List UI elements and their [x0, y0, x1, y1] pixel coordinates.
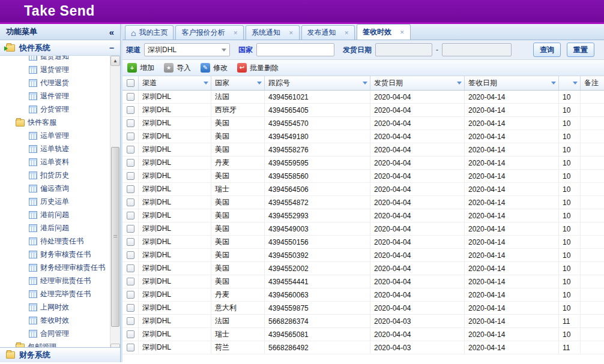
sidebar-item-运单资料[interactable]: 运单资料	[0, 156, 110, 169]
table-row[interactable]: 深圳DHL美国43945520022020-04-042020-04-1410	[122, 262, 604, 275]
批量删除-button[interactable]: ↩批量删除	[237, 63, 279, 73]
filter-arrow-icon[interactable]	[551, 82, 556, 85]
sidebar-item-签收时效[interactable]: 签收时效	[0, 314, 110, 327]
country-input[interactable]	[256, 43, 334, 56]
table-row[interactable]: 深圳DHL瑞士43945645062020-04-042020-04-1410	[122, 183, 604, 196]
close-icon[interactable]: ✕	[345, 30, 349, 36]
table-row[interactable]: 深圳DHL瑞士43945650812020-04-042020-04-1410	[122, 328, 604, 341]
row-checkbox[interactable]	[127, 264, 134, 272]
table-row[interactable]: 深圳DHL美国43945545702020-04-042020-04-1410	[122, 117, 604, 130]
sidebar-item-处理完毕责任书[interactable]: 处理完毕责任书	[0, 288, 110, 301]
row-checkbox[interactable]	[127, 344, 134, 351]
row-checkbox[interactable]	[127, 278, 134, 285]
column-header-国家[interactable]: 国家	[211, 76, 265, 90]
table-row[interactable]: 深圳DHL法国43945610212020-04-042020-04-1410	[122, 91, 604, 104]
table-row[interactable]: 深圳DHL法国56682863742020-04-032020-04-1411	[122, 315, 604, 328]
sidebar-item-历史运单[interactable]: 历史运单	[0, 195, 110, 209]
sidebar-item-分货管理[interactable]: 分货管理	[0, 103, 110, 116]
sidebar-item-包邮管理[interactable]: 包邮管理	[0, 341, 110, 347]
sidebar-item-扣货历史[interactable]: 扣货历史	[0, 169, 110, 182]
tab-发布通知[interactable]: 发布通知✕	[301, 25, 355, 40]
row-checkbox[interactable]	[127, 119, 134, 127]
filter-arrow-icon[interactable]	[363, 82, 367, 85]
sidebar-item-合同管理[interactable]: 合同管理	[0, 327, 110, 341]
sidebar-item-运单轨迹[interactable]: 运单轨迹	[0, 143, 110, 156]
column-header-跟踪号[interactable]: 跟踪号	[265, 76, 370, 90]
sidebar-item-港前问题[interactable]: 港前问题	[0, 209, 110, 222]
修改-button[interactable]: ✎修改	[201, 63, 228, 73]
table-row[interactable]: 深圳DHL美国43945501562020-04-042020-04-1410	[122, 236, 604, 249]
table-row[interactable]: 深圳DHL美国43945585602020-04-042020-04-1410	[122, 170, 604, 183]
sidebar-item-运单管理[interactable]: 运单管理	[0, 130, 110, 143]
select-all-checkbox[interactable]	[127, 79, 134, 87]
column-header-渠道[interactable]: 渠道	[139, 76, 211, 90]
accordion-section-express-system[interactable]: 快件系统 −	[0, 40, 120, 55]
row-checkbox[interactable]	[127, 212, 134, 219]
sidebar-item-待处理责任书[interactable]: 待处理责任书	[0, 235, 110, 248]
table-row[interactable]: 深圳DHL美国43945503922020-04-042020-04-1410	[122, 249, 604, 262]
filter-arrow-icon[interactable]	[573, 82, 578, 85]
row-checkbox[interactable]	[127, 185, 134, 193]
table-row[interactable]: 深圳DHL美国43945491802020-04-042020-04-1410	[122, 130, 604, 143]
row-checkbox[interactable]	[127, 133, 134, 140]
sidebar-item-退件管理[interactable]: 退件管理	[0, 90, 110, 103]
row-checkbox[interactable]	[127, 251, 134, 259]
tab-签收时效[interactable]: 签收时效✕	[357, 24, 411, 40]
filter-arrow-icon[interactable]	[257, 82, 262, 85]
close-icon[interactable]: ✕	[400, 29, 405, 35]
row-checkbox[interactable]	[127, 238, 134, 246]
row-checkbox[interactable]	[127, 106, 134, 114]
scrollbar-thumb[interactable]	[111, 147, 119, 327]
column-header-发货日期[interactable]: 发货日期	[370, 76, 465, 90]
column-header-days[interactable]	[559, 76, 581, 90]
search-button[interactable]: 查询	[533, 43, 561, 57]
close-icon[interactable]: ✕	[233, 30, 238, 36]
close-icon[interactable]: ✕	[289, 30, 294, 36]
accordion-section-finance-system[interactable]: 财务系统	[0, 347, 120, 362]
table-row[interactable]: 深圳DHL丹麦43945600632020-04-042020-04-1410	[122, 288, 604, 302]
tab-我的主页[interactable]: ⌂我的主页	[125, 25, 174, 40]
table-row[interactable]: 深圳DHL西班牙43945654052020-04-042020-04-1410	[122, 104, 604, 117]
row-checkbox[interactable]	[127, 317, 134, 325]
filter-arrow-icon[interactable]	[204, 82, 208, 85]
sidebar-item-财务经理审核责任书[interactable]: 财务经理审核责任书	[0, 261, 110, 275]
sidebar-item-提货通知[interactable]: 提货通知	[0, 56, 110, 64]
scroll-up-icon[interactable]: ▲	[110, 56, 120, 66]
tab-客户报价分析[interactable]: 客户报价分析✕	[175, 25, 244, 40]
row-checkbox[interactable]	[127, 159, 134, 167]
reset-button[interactable]: 重置	[567, 43, 594, 57]
table-row[interactable]: 深圳DHL荷兰56682864922020-04-032020-04-1411	[122, 341, 604, 354]
date-from-input[interactable]	[375, 43, 432, 56]
row-checkbox[interactable]	[127, 304, 134, 312]
scroll-down-icon[interactable]: ▼	[110, 344, 120, 347]
sidebar-item-财务审核责任书[interactable]: 财务审核责任书	[0, 248, 110, 261]
sidebar-item-代理退货[interactable]: 代理退货	[0, 77, 110, 90]
channel-select[interactable]: 深圳DHL	[144, 43, 230, 56]
sidebar-item-经理审批责任书[interactable]: 经理审批责任书	[0, 275, 110, 288]
row-checkbox[interactable]	[127, 291, 134, 299]
导入-button[interactable]: ★导入	[164, 63, 191, 73]
chevron-down-icon[interactable]	[219, 44, 229, 56]
table-row[interactable]: 深圳DHL美国43945490032020-04-042020-04-1410	[122, 222, 604, 236]
sidebar-collapse-icon[interactable]: «	[109, 27, 114, 37]
row-checkbox[interactable]	[127, 198, 134, 206]
column-header-check[interactable]	[122, 76, 139, 90]
filter-arrow-icon[interactable]	[457, 82, 462, 85]
sidebar-item-上网时效[interactable]: 上网时效	[0, 301, 110, 314]
table-row[interactable]: 深圳DHL美国43945544412020-04-042020-04-1410	[122, 275, 604, 288]
table-row[interactable]: 深圳DHL美国43945582762020-04-042020-04-1410	[122, 143, 604, 157]
sidebar-item-快件客服[interactable]: 快件客服	[0, 116, 110, 130]
row-checkbox[interactable]	[127, 93, 134, 101]
table-row[interactable]: 深圳DHL美国43945548722020-04-042020-04-1410	[122, 196, 604, 209]
row-checkbox[interactable]	[127, 225, 134, 233]
table-row[interactable]: 深圳DHL丹麦43945595952020-04-042020-04-1410	[122, 157, 604, 170]
sidebar-item-港后问题[interactable]: 港后问题	[0, 222, 110, 235]
column-header-签收日期[interactable]: 签收日期	[465, 76, 559, 90]
table-row[interactable]: 深圳DHL美国43945529932020-04-042020-04-1410	[122, 209, 604, 222]
sidebar-scrollbar[interactable]: ▲ ▼	[110, 56, 120, 347]
row-checkbox[interactable]	[127, 172, 134, 180]
column-header-备注[interactable]: 备注	[581, 76, 604, 90]
minimize-icon[interactable]: −	[109, 43, 114, 53]
增加-button[interactable]: +增加	[127, 63, 154, 73]
sidebar-item-偏远查询[interactable]: 偏远查询	[0, 182, 110, 195]
